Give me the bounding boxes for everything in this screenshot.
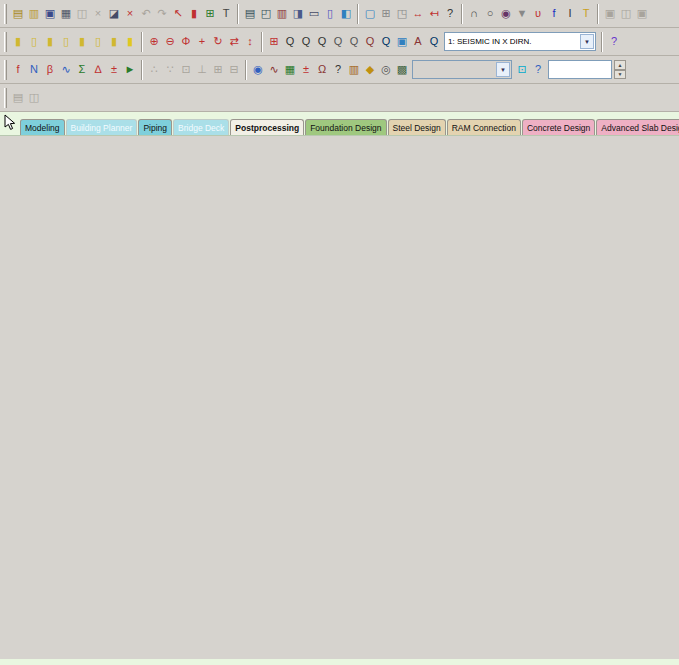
paste-icon[interactable]: ◪ (106, 3, 122, 24)
plate-cursor-icon[interactable]: ▯ (58, 31, 74, 52)
cascade-windows-icon[interactable]: ◳ (394, 3, 410, 24)
save-icon[interactable]: ▣ (42, 3, 58, 24)
beam-cursor-icon[interactable]: ▮ (42, 31, 58, 52)
sphere-tool-icon[interactable]: ◉ (498, 3, 514, 24)
grid-toggle-icon[interactable]: ⊞ (210, 59, 226, 80)
help-icon[interactable]: ? (530, 59, 546, 80)
report-item-icon[interactable]: ▥ (346, 59, 362, 80)
zoom-extents-icon[interactable]: Q (282, 31, 298, 52)
email-icon[interactable]: ▭ (306, 3, 322, 24)
reactions-toggle-icon[interactable]: ± (106, 59, 122, 80)
mode-tab-bridge-deck[interactable]: Bridge Deck (173, 119, 229, 135)
run-analysis-icon[interactable]: ▮ (186, 3, 202, 24)
cone-tool-icon[interactable]: ▼ (514, 3, 530, 24)
page-setup-icon[interactable]: ▤ (10, 87, 26, 108)
i-beam-icon[interactable]: I (562, 3, 578, 24)
diagrams-icon[interactable]: ∿ (266, 59, 282, 80)
mode-tab-steel-design[interactable]: Steel Design (388, 119, 446, 135)
shrink-icon[interactable]: ⊟ (226, 59, 242, 80)
tile-windows-icon[interactable]: ⊞ (378, 3, 394, 24)
hook-tool-icon[interactable]: υ (530, 3, 546, 24)
apply-check-icon[interactable]: ⊡ (514, 59, 530, 80)
move-icon[interactable]: + (194, 31, 210, 52)
whiteboard-icon[interactable]: ▣ (394, 31, 410, 52)
value-spinner[interactable]: ▲▼ (614, 60, 626, 79)
result-values-icon[interactable]: ± (298, 59, 314, 80)
chevron-down-icon[interactable]: ▼ (580, 34, 594, 49)
pan-icon[interactable]: Q (378, 31, 394, 52)
translational-repeat-icon[interactable]: ⊕ (146, 31, 162, 52)
circular-repeat-icon[interactable]: ⊖ (162, 31, 178, 52)
node-labels-icon[interactable]: ∴ (146, 59, 162, 80)
beam-labels-icon[interactable]: ∵ (162, 59, 178, 80)
mode-tab-ram-connection[interactable]: RAM Connection (447, 119, 521, 135)
annotate-icon[interactable]: A (410, 31, 426, 52)
ring-tool-icon[interactable]: ○ (482, 3, 498, 24)
dimension-icon[interactable]: ↔ (410, 3, 426, 24)
axes-toggle-icon[interactable]: ⊥ (194, 59, 210, 80)
toolbar-grip[interactable] (4, 32, 7, 52)
mode-tab-piping[interactable]: Piping (138, 119, 172, 135)
zoom-window-icon[interactable]: Q (330, 31, 346, 52)
frequency-icon[interactable]: f (546, 3, 562, 24)
print-icon[interactable]: ▦ (58, 3, 74, 24)
rotate-icon[interactable]: ↻ (210, 31, 226, 52)
tools-hammer-icon[interactable]: T (218, 3, 234, 24)
new-view-icon[interactable]: ▢ (362, 3, 378, 24)
mode-tab-foundation-design[interactable]: Foundation Design (305, 119, 386, 135)
axial-force-icon[interactable]: N (26, 59, 42, 80)
print-preview-icon[interactable]: ◰ (258, 3, 274, 24)
query-member-icon[interactable]: ? (330, 59, 346, 80)
result-view-icon[interactable]: ◉ (250, 59, 266, 80)
undo-icon[interactable]: ↶ (138, 3, 154, 24)
highlight-icon[interactable]: ◆ (362, 59, 378, 80)
mirror-icon[interactable]: ⇄ (226, 31, 242, 52)
spinner-up-icon[interactable]: ▲ (614, 60, 626, 70)
window-layout-3-icon[interactable]: ▣ (634, 3, 650, 24)
zoom-in-icon[interactable]: Q (298, 31, 314, 52)
dynamic-zoom-icon[interactable]: Q (362, 31, 378, 52)
cut-icon[interactable]: × (90, 3, 106, 24)
open-file-icon[interactable]: ▥ (26, 3, 42, 24)
result-tables-icon[interactable]: ▦ (282, 59, 298, 80)
result-type-select[interactable]: ▼ (412, 60, 512, 79)
camera-icon[interactable]: ◎ (378, 59, 394, 80)
page-layout-icon[interactable]: ◫ (26, 87, 42, 108)
mode-tab-modeling[interactable]: Modeling (20, 119, 65, 135)
units-icon[interactable]: Ω (314, 59, 330, 80)
render-icon[interactable]: ▩ (394, 59, 410, 80)
displacement-icon[interactable]: ∆ (90, 59, 106, 80)
load-cursor-icon[interactable]: ▮ (106, 31, 122, 52)
new-file-icon[interactable]: ▤ (10, 3, 26, 24)
chevron-down-icon[interactable]: ▼ (496, 62, 510, 77)
publish-icon[interactable]: ◧ (338, 3, 354, 24)
delete-icon[interactable]: × (122, 3, 138, 24)
doc-generator-icon[interactable]: ▯ (322, 3, 338, 24)
node-cursor-icon[interactable]: ▯ (26, 31, 42, 52)
snap-node-beam-icon[interactable]: ▮ (122, 31, 138, 52)
arc-tool-icon[interactable]: ∩ (466, 3, 482, 24)
mode-tab-postprocessing[interactable]: Postprocessing (230, 119, 304, 135)
toolbar-grip[interactable] (4, 88, 7, 108)
load-case-select[interactable]: 1: SEISMIC IN X DIRN.▼ (444, 32, 596, 51)
insert-node-icon[interactable]: Φ (178, 31, 194, 52)
window-layout-2-icon[interactable]: ◫ (618, 3, 634, 24)
stretch-icon[interactable]: ↕ (242, 31, 258, 52)
select-cursor-icon[interactable]: ↖ (170, 3, 186, 24)
toolbar-grip[interactable] (4, 60, 7, 80)
zoom-previous-icon[interactable]: Q (346, 31, 362, 52)
print-report-icon[interactable]: ▤ (242, 3, 258, 24)
shear-icon[interactable]: ∿ (58, 59, 74, 80)
zoom-out-icon[interactable]: Q (314, 31, 330, 52)
query-icon[interactable]: ? (442, 3, 458, 24)
toolbar-grip[interactable] (4, 4, 7, 24)
stress-icon[interactable]: Σ (74, 59, 90, 80)
t-section-icon[interactable]: T (578, 3, 594, 24)
support-cursor-icon[interactable]: ▯ (90, 31, 106, 52)
window-layout-1-icon[interactable]: ▣ (602, 3, 618, 24)
spinner-down-icon[interactable]: ▼ (614, 70, 626, 80)
ruler-icon[interactable]: ↤ (426, 3, 442, 24)
select-grid-icon[interactable]: ⊞ (266, 31, 282, 52)
mode-tab-building-planner[interactable]: Building Planner (66, 119, 138, 135)
node-grid-icon[interactable]: ⊞ (202, 3, 218, 24)
